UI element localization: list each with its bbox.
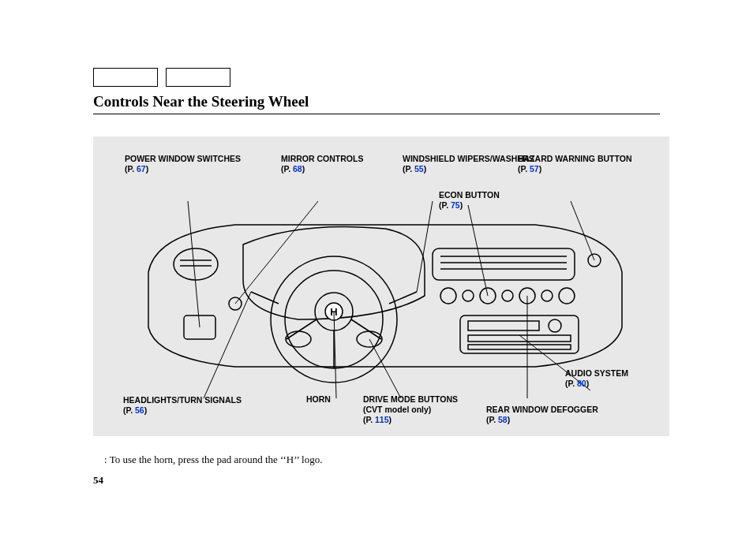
callout-rear-window-defogger: REAR WINDOW DEFOGGER (P. 58)	[486, 405, 598, 425]
callout-hazard-warning: HAZARD WARNING BUTTON (P. 57)	[518, 154, 631, 174]
callout-windshield-wipers: WINDSHIELD WIPERS/WASHERS (P. 55)	[403, 154, 534, 174]
callout-label: ECON BUTTON	[439, 190, 500, 200]
callout-audio-system: AUDIO SYSTEM (P. 80)	[565, 368, 628, 389]
svg-rect-14	[468, 335, 571, 342]
callout-econ-button: ECON BUTTON (P. 75)	[439, 190, 500, 211]
page-reference[interactable]: (P. 75)	[439, 200, 463, 210]
page-reference[interactable]: (P. 56)	[123, 405, 147, 415]
svg-rect-0	[433, 248, 575, 280]
callout-label: MIRROR CONTROLS	[281, 154, 363, 164]
callout-mirror-controls: MIRROR CONTROLS (P. 68)	[281, 154, 363, 174]
page-reference[interactable]: (P. 68)	[281, 164, 305, 174]
callout-power-window-switches: POWER WINDOW SWITCHES (P. 67)	[125, 154, 241, 174]
manual-page: Controls Near the Steering Wheel	[0, 0, 753, 487]
page-reference[interactable]: (P. 57)	[518, 164, 541, 174]
placeholder-box	[166, 68, 230, 87]
svg-line-33	[468, 205, 488, 296]
header-placeholder-boxes	[93, 68, 660, 87]
svg-point-23	[174, 248, 218, 280]
callout-drive-mode-buttons: DRIVE MODE BUTTONS (CVT model only) (P. …	[363, 394, 458, 425]
svg-point-5	[463, 290, 474, 301]
callout-horn: HORN	[306, 394, 331, 405]
page-reference[interactable]: (P. 115)	[363, 415, 391, 424]
svg-point-13	[549, 319, 561, 332]
svg-point-7	[502, 290, 513, 301]
callout-label: DRIVE MODE BUTTONS	[363, 394, 458, 405]
footnote: To use the horn, press the pad around th…	[95, 454, 660, 466]
svg-line-29	[188, 201, 200, 327]
page-reference[interactable]: (P. 55)	[403, 164, 426, 174]
callout-label: HAZARD WARNING BUTTON	[518, 154, 631, 164]
page-number: 54	[93, 474, 660, 487]
svg-point-10	[559, 288, 575, 304]
svg-rect-12	[468, 321, 539, 330]
page-reference[interactable]: (P. 80)	[565, 379, 589, 388]
svg-line-30	[235, 201, 318, 304]
callout-label: HORN	[306, 394, 331, 405]
callout-label: AUDIO SYSTEM	[565, 368, 628, 379]
dashboard-diagram: H	[93, 136, 669, 436]
section-title: Controls Near the Steering Wheel	[93, 93, 660, 114]
svg-point-4	[440, 288, 456, 304]
dashboard-illustration: H	[140, 201, 630, 398]
callout-label: REAR WINDOW DEFOGGER	[486, 405, 598, 415]
page-reference[interactable]: (P. 67)	[125, 164, 148, 174]
callout-label: POWER WINDOW SWITCHES	[125, 154, 241, 164]
callout-headlights-turn-signals: HEADLIGHTS/TURN SIGNALS (P. 56)	[123, 395, 242, 416]
callout-sublabel: (CVT model only)	[363, 405, 458, 415]
svg-rect-15	[468, 345, 571, 349]
page-reference[interactable]: (P. 58)	[486, 415, 510, 424]
placeholder-box	[93, 68, 158, 87]
svg-point-9	[541, 290, 553, 301]
svg-line-34	[204, 292, 251, 398]
callout-label: HEADLIGHTS/TURN SIGNALS	[123, 395, 242, 405]
callout-label: WINDSHIELD WIPERS/WASHERS	[403, 154, 534, 164]
